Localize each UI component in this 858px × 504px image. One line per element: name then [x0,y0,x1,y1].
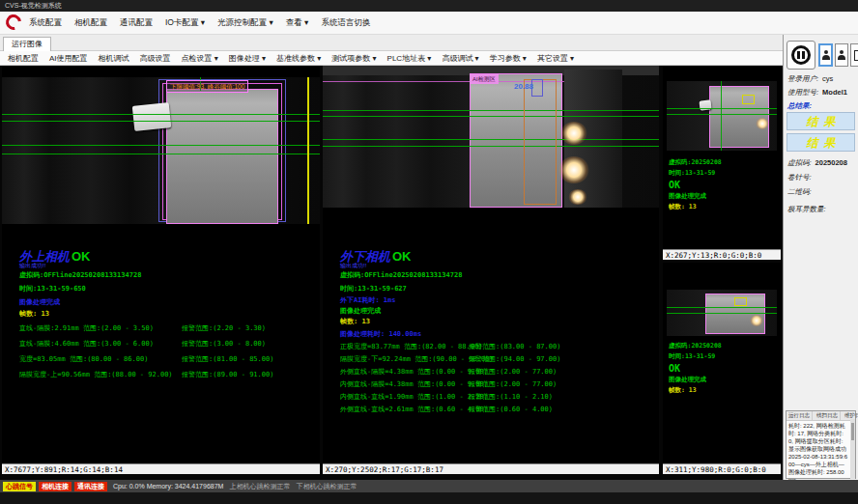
detect-box-yellow [742,95,755,104]
measure-line [323,110,659,111]
model-value: Model1 [818,88,847,97]
menu-item[interactable]: IO卡配置 ▾ [165,17,205,29]
menu-item[interactable]: 光源控制配置 ▾ [217,17,273,29]
toolbar-item[interactable]: 其它设置 ▾ [537,53,574,64]
app-logo-icon [3,12,24,33]
measurement-text: 外侧直线-隔膜=4.38mm 范围:(0.00 - 9.00) [340,367,488,377]
sidebar: 登录用户:cys 使用型号:Model1 总结果: 结果 结果 虚拟码:2025… [783,35,858,486]
result-box-2: 结果 [786,133,855,152]
output-status: 输出成功!! [19,262,45,270]
log-scrollbar[interactable] [850,419,855,479]
status-badge: 心跳信号 [3,482,36,491]
measurement-row: 外侧直线-直线=2.61mm 范围:(0.60 - 4.00)报警范围:(0.6… [340,405,635,417]
vcode-row: 虚拟码:20250208 [787,158,847,168]
result-ok: OK [390,249,412,264]
measure-line [667,307,777,308]
measure-line [667,108,777,109]
vcode-value: 20250208 [812,158,847,167]
result-box-1: 结果 [786,112,855,130]
main-area: 下限阈值:93, 峰谷阈值:100 外上相机OK 输出成功!! 虚拟码:OFFl… [0,66,783,486]
measure-line [2,145,320,146]
camera-image-outer-lower[interactable]: AI检测区 20.88 [323,66,659,208]
toolbar-item[interactable]: 高级设置 [140,53,171,64]
coordinate-bar: X:270;Y:2502;R:17;G:17;B:17 [323,463,659,474]
lower-camera-heartbeat-status: 下相机心跳检测正常 [296,482,357,491]
product-region [709,86,769,148]
pause-button[interactable] [786,41,815,70]
toolbar-item[interactable]: 测试项参数 ▾ [331,53,376,64]
measurement-row: 隔膜宽度-上=90.56mm 范围:(88.00 - 92.00)报警范围:(8… [19,370,314,385]
log-tab[interactable]: 线扫日志 [815,411,841,420]
result-line: 图像处理完成 [669,192,722,201]
result-lines: 虚拟码:20250208时间:13-31-59OK图像处理完成帧数: 13 [669,342,722,397]
ruler-line-yellow [307,77,309,224]
toolbar-item[interactable]: 高级调试 ▾ [442,53,478,64]
measurement-rows: 直线-隔膜:2.91mm 范围:(2.00 - 3.50)报警范围:(2.20 … [19,323,314,385]
alarm-range-text: 报警范围:(2.20 - 3.30) [182,323,266,333]
product-region [166,89,278,224]
measure-line [667,114,777,115]
result-ok: OK [70,249,91,264]
measure-line [2,121,320,122]
toolbar-item[interactable]: 相机调试 [99,53,129,64]
status-bar: 心跳信号相机连接通讯连接 Cpu: 0.0% Memory: 3424.4179… [0,480,858,492]
measurement-text: 直线-隔膜:2.91mm 范围:(2.00 - 3.50) [19,323,154,333]
log-tab[interactable]: 运行日志 [786,411,813,420]
login-user-button[interactable] [818,43,833,67]
toolbar-item[interactable]: 基准线参数 ▾ [276,53,321,64]
model-row: 使用型号:Model1 [787,88,847,98]
menu-item[interactable]: 系统语言切换 [321,17,370,29]
app-window: CVS-视觉检测系统 系统配置相机配置通讯配置IO卡配置 ▾光源控制配置 ▾查看… [0,0,858,504]
total-result-label: 总结果: [787,101,812,111]
camera-image-small-top[interactable] [667,81,777,151]
camera-image-small-bottom[interactable] [667,290,777,336]
cpu-memory-status: Cpu: 0.0% Memory: 3424.4179687M [113,483,223,490]
menu-item[interactable]: 系统配置 [29,17,62,29]
exit-door-icon [854,50,858,61]
toolbar-item[interactable]: 点检设置 ▾ [182,53,218,64]
toolbar: 相机配置AI使用配置相机调试高级设置点检设置 ▾图像处理 ▾基准线参数 ▾测试项… [0,51,783,66]
menu-item[interactable]: 查看 ▾ [286,17,309,29]
toolbar-item[interactable]: PLC地址表 ▾ [387,53,432,64]
reflection-spot [560,122,587,145]
frame-count: 帧数: 13 [19,309,49,319]
camera-image-outer-upper[interactable]: 下限阈值:93, 峰谷阈值:100 [2,77,320,224]
measurement-text: 正极宽度=83.77mm 范围:(82.00 - 88.00) [340,342,482,351]
time-text: 时间:13-31-59-650 [19,284,86,294]
measure-line-vertical [721,81,722,151]
login-user-label: 登录用户: [787,74,818,83]
user-icon [838,50,845,60]
process-status: 图像处理完成 [340,306,381,316]
exit-button[interactable] [850,43,858,67]
output-status: 输出成功!! [340,262,366,270]
status-badges: 心跳信号相机连接通讯连接 [3,482,107,491]
result-lines: 虚拟码:20250208时间:13-31-59OK图像处理完成帧数: 13 [669,158,722,213]
measure-line [667,313,777,314]
measurement-row: 内侧直线-直线=1.90mm 范围:(1.00 - 2.20)报警范围:(1.1… [340,392,635,405]
frame-count: 帧数: 13 [340,317,370,326]
log-tabs: 运行日志线扫日志维护日志 [786,411,855,421]
menu-item[interactable]: 通讯配置 [120,17,153,29]
toolbar-item[interactable]: 相机配置 [8,53,39,64]
toolbar-item[interactable]: 图像处理 ▾ [229,53,266,64]
measurement-rows: 正极宽度=83.77mm 范围:(82.00 - 88.00)报警范围:(83.… [340,342,635,417]
camera-panel-small-bottom: 虚拟码:20250208时间:13-31-59OK图像处理完成帧数: 13 X:… [663,263,781,474]
result-line: 虚拟码:20250208 [669,342,722,350]
qr-code-label: 二维码: [787,187,812,197]
measurement-text: 隔膜宽度-上=90.56mm 范围:(88.00 - 92.00) [19,370,173,379]
measurement-row: 直线-隔膜:2.91mm 范围:(2.00 - 3.50)报警范围:(2.20 … [19,323,314,339]
toolbar-item[interactable]: 学习参数 ▾ [490,53,527,64]
log-scrollbar-thumb[interactable] [851,423,854,440]
login-user-value: cys [818,74,833,83]
barcode-text: 虚拟码:OFFline20250208133134728 [340,270,462,280]
menu-item[interactable]: 相机配置 [74,17,107,29]
alarm-range-text: 报警范围:(83.00 - 87.00) [469,342,560,351]
log-text: 耗时: 222, 网络检测耗时: 17, 网络分类耗时: 0, 网络提取分区耗时… [786,421,855,485]
user-icon [822,50,830,60]
switch-user-button[interactable] [835,43,848,67]
toolbar-item[interactable]: AI使用配置 [49,53,88,64]
alarm-range-text: 报警范围:(2.00 - 77.00) [469,367,557,377]
camera-panel-outer-lower: AI检测区 20.88 外下相机OK 输出成功!! 虚拟码:OFFline202… [323,66,659,474]
coordinate-bar: X:311;Y:980;R:0;G:0;B:0 [663,463,781,474]
tab-run-image[interactable]: 运行图像 [3,37,51,51]
